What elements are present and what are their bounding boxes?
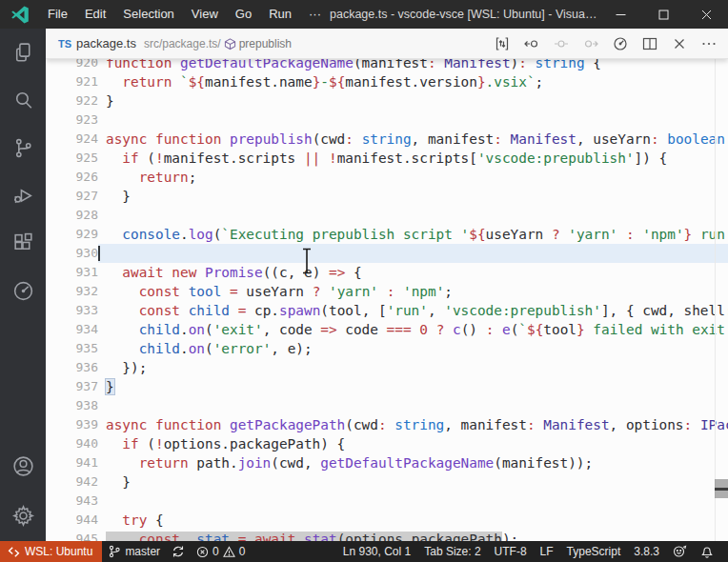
code-line[interactable]: 930 xyxy=(46,244,728,263)
line-number: 944 xyxy=(46,511,98,530)
encoding-setting[interactable]: UTF-8 xyxy=(488,541,534,562)
window-title: package.ts - vscode-vsce [WSL: Ubuntu] -… xyxy=(330,8,599,21)
remote-label: WSL: Ubuntu xyxy=(25,545,92,558)
code-line[interactable]: 935 child.on('error', e); xyxy=(46,339,728,358)
code-line[interactable]: 936 }); xyxy=(46,358,728,377)
breadcrumb-symbol[interactable]: prepublish xyxy=(224,37,292,50)
line-number: 921 xyxy=(46,72,98,91)
code-line[interactable]: 922} xyxy=(46,91,728,110)
text-caret xyxy=(98,246,100,261)
remote-indicator[interactable]: WSL: Ubuntu xyxy=(0,541,102,562)
status-bar: WSL: Ubuntu master 0 0 Ln 930, Col 1 Tab… xyxy=(0,541,728,562)
notifications-bell-icon[interactable] xyxy=(694,541,720,562)
code-line[interactable]: 941 return path.join(cwd, getDefaultPack… xyxy=(46,453,728,472)
code-line[interactable]: 940 if (!options.packagePath) { xyxy=(46,434,728,453)
menu-more[interactable]: ··· xyxy=(300,0,330,29)
scrollbar-track[interactable] xyxy=(715,59,716,541)
code-line[interactable]: 928 xyxy=(46,206,728,225)
current-change-icon[interactable] xyxy=(554,36,569,51)
menu-run[interactable]: Run xyxy=(260,0,300,29)
split-editor-icon[interactable] xyxy=(642,36,657,51)
run-debug-icon[interactable] xyxy=(0,171,46,219)
problems-indicator[interactable]: 0 0 xyxy=(191,541,251,562)
minimize-button[interactable] xyxy=(599,0,642,29)
indentation-setting[interactable]: Tab Size: 2 xyxy=(417,541,487,562)
menu-edit[interactable]: Edit xyxy=(76,0,114,29)
text-selection: const _stat = await stat(options.package… xyxy=(106,532,502,541)
open-changes-icon[interactable] xyxy=(495,36,510,51)
code-line[interactable]: 920function getDefaultPackageName(manife… xyxy=(46,59,728,72)
activity-bar xyxy=(0,29,46,541)
menu-view[interactable]: View xyxy=(183,0,227,29)
code-line[interactable]: 924async function prepublish(cwd: string… xyxy=(46,130,728,149)
cursor-position[interactable]: Ln 930, Col 1 xyxy=(336,541,417,562)
file-history-icon[interactable] xyxy=(613,36,628,51)
line-number: 937 xyxy=(46,377,98,396)
code-line[interactable]: 931 await new Promise((c, e) => { xyxy=(46,263,728,282)
close-editor-icon[interactable] xyxy=(672,36,687,51)
code-line[interactable]: 938 xyxy=(46,396,728,415)
error-count: 0 xyxy=(212,545,219,558)
eol-setting[interactable]: LF xyxy=(534,541,560,562)
remote-icon xyxy=(8,546,20,558)
code-line[interactable]: 937} xyxy=(46,377,728,396)
menu-go[interactable]: Go xyxy=(227,0,260,29)
language-mode[interactable]: TypeScript xyxy=(560,541,628,562)
code-line[interactable]: 945 const _stat = await stat(options.pac… xyxy=(46,530,728,541)
code-line[interactable]: 925 if (!manifest.scripts || !manifest.s… xyxy=(46,149,728,168)
previous-change-icon[interactable] xyxy=(524,36,539,51)
code-line[interactable]: 926 return; xyxy=(46,168,728,187)
explorer-icon[interactable] xyxy=(0,29,46,76)
sync-button[interactable] xyxy=(166,541,191,562)
code-line[interactable]: 933 const child = cp.spawn(tool, ['run',… xyxy=(46,301,728,320)
text-cursor-pointer xyxy=(301,248,313,274)
extensions-icon[interactable] xyxy=(0,219,46,267)
line-number: 924 xyxy=(46,130,98,149)
more-actions-icon[interactable] xyxy=(701,36,717,51)
typescript-version[interactable]: 3.8.3 xyxy=(627,541,666,562)
line-number: 928 xyxy=(46,206,98,225)
code-line[interactable]: 942 } xyxy=(46,472,728,492)
code-line[interactable]: 929 console.log(`Executing prepublish sc… xyxy=(46,225,728,244)
menu-selection[interactable]: Selection xyxy=(114,0,182,29)
line-number: 930 xyxy=(46,244,98,263)
feedback-icon[interactable] xyxy=(666,541,694,562)
code-line[interactable]: 921 return `${manifest.name}-${manifest.… xyxy=(46,72,728,91)
code-line[interactable]: 943 xyxy=(46,492,728,511)
code-line[interactable]: 923 xyxy=(46,110,728,130)
maximize-button[interactable] xyxy=(642,0,685,29)
line-number: 922 xyxy=(46,91,98,110)
account-icon[interactable] xyxy=(0,442,46,490)
next-change-icon[interactable] xyxy=(583,36,598,51)
scrollbar-thumb[interactable] xyxy=(715,479,728,498)
line-number: 945 xyxy=(46,530,98,541)
line-number: 934 xyxy=(46,320,98,339)
code-line[interactable]: 939async function getPackagePath(cwd: st… xyxy=(46,415,728,434)
editor-actions xyxy=(495,36,728,51)
code-line[interactable]: 927 } xyxy=(46,187,728,206)
line-number: 936 xyxy=(46,358,98,377)
vscode-logo-icon xyxy=(10,5,30,24)
warning-count: 0 xyxy=(239,545,246,558)
line-number: 942 xyxy=(46,472,98,492)
code-editor[interactable]: 920function getDefaultPackageName(manife… xyxy=(46,59,728,541)
git-branch-indicator[interactable]: master xyxy=(102,541,166,562)
settings-gear-icon[interactable] xyxy=(0,490,46,541)
line-number: 943 xyxy=(46,492,98,511)
git-branch-icon xyxy=(108,545,121,558)
line-number: 925 xyxy=(46,149,98,168)
close-button[interactable] xyxy=(685,0,728,29)
sync-icon xyxy=(172,545,185,558)
open-file-name[interactable]: package.ts xyxy=(76,36,136,50)
line-number: 940 xyxy=(46,434,98,453)
branch-name: master xyxy=(125,545,160,558)
source-control-icon[interactable] xyxy=(0,124,46,171)
code-line[interactable]: 934 child.on('exit', code => code === 0 … xyxy=(46,320,728,339)
search-icon[interactable] xyxy=(0,76,46,124)
code-line[interactable]: 944 try { xyxy=(46,511,728,530)
code-line[interactable]: 932 const tool = useYarn ? 'yarn' : 'npm… xyxy=(46,282,728,301)
breadcrumb-path[interactable]: src/package.ts/ xyxy=(144,37,221,50)
menu-file[interactable]: File xyxy=(39,0,76,29)
file-history-icon[interactable] xyxy=(0,267,46,314)
typescript-file-icon: TS xyxy=(58,38,71,50)
